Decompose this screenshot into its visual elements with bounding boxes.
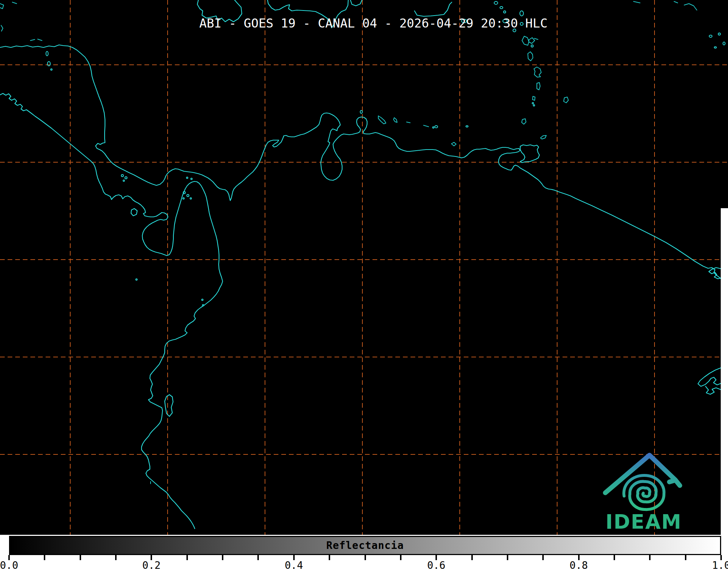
- island-curacao: [378, 116, 386, 124]
- colorbar-tick-label: 1.0: [712, 559, 728, 571]
- colorbar-tick: [186, 555, 188, 560]
- coastline-trinidad: [520, 145, 539, 163]
- colorbar-tick-label: 0.2: [142, 559, 161, 571]
- coastline-puerto-rico: [415, 2, 452, 16]
- island-dominica: [528, 52, 533, 61]
- colorbar-tick: [44, 555, 45, 560]
- island-grenada: [522, 119, 526, 124]
- colorbar-tick: [365, 555, 366, 560]
- colorbar-tick: [400, 555, 401, 560]
- island-bonaire: [394, 118, 397, 122]
- colorbar-tick: [614, 555, 615, 560]
- coastline-amazon-estuary-south: [706, 386, 721, 394]
- colorbar-tick: [329, 555, 330, 560]
- islets-los-roques: [407, 122, 429, 127]
- coastline-puna-island: [165, 395, 173, 416]
- island-st-vincent: [533, 96, 535, 100]
- colorbar-tick: [685, 555, 686, 560]
- colorbar-tick: [115, 555, 117, 560]
- colorbar-tick-label: 0.4: [285, 559, 303, 571]
- colorbar-tick: [471, 555, 473, 560]
- coastline-caribbean: [0, 45, 721, 278]
- island-margarita: [451, 142, 456, 146]
- logo-wordmark: IDEAM: [606, 510, 682, 533]
- colorbar-gradient: Reflectancia: [9, 536, 721, 555]
- map-canvas: IDEAM: [0, 0, 728, 535]
- coastline-coiba: [131, 209, 137, 216]
- colorbar-tick-label: 0.6: [427, 559, 446, 571]
- colorbar-tick-label: 0.0: [0, 559, 18, 571]
- colorbar-tick: [507, 555, 508, 560]
- figure: IDEAM ABI - GOES 19 - CANAL 04 - 2026-04…: [0, 0, 728, 571]
- colorbar-tick: [80, 555, 81, 560]
- island-guadeloupe: [522, 36, 538, 45]
- graticule: [0, 0, 728, 535]
- coastline-pacific: [0, 93, 223, 529]
- colorbar-tick: [222, 555, 223, 560]
- island-st-lucia: [537, 83, 540, 90]
- satellite-map: IDEAM: [0, 0, 728, 535]
- image-title: ABI - GOES 19 - CANAL 04 - 2026-04-29 20…: [9, 16, 728, 30]
- colorbar-label: Reflectancia: [326, 539, 404, 551]
- logo-hurricane-spiral: [624, 475, 664, 509]
- colorbar-tick: [542, 555, 544, 560]
- corner-fragments: [0, 1, 697, 484]
- coastline-hispaniola-east: [350, 0, 362, 6]
- ideam-logo: IDEAM: [605, 455, 682, 533]
- colorbar-tick: [649, 555, 651, 560]
- coastline-amazon-estuary: [698, 368, 721, 386]
- colorbar-panel: Reflectancia 0.00.20.40.60.81.0: [0, 535, 728, 571]
- missing-data-strip: [721, 208, 728, 535]
- island-barbados: [564, 97, 568, 103]
- colorbar-tick-label: 0.8: [569, 559, 588, 571]
- islands: [46, 1, 725, 306]
- colorbar-tick: [257, 555, 259, 560]
- island-martinique: [534, 67, 541, 77]
- island-tobago: [540, 135, 546, 139]
